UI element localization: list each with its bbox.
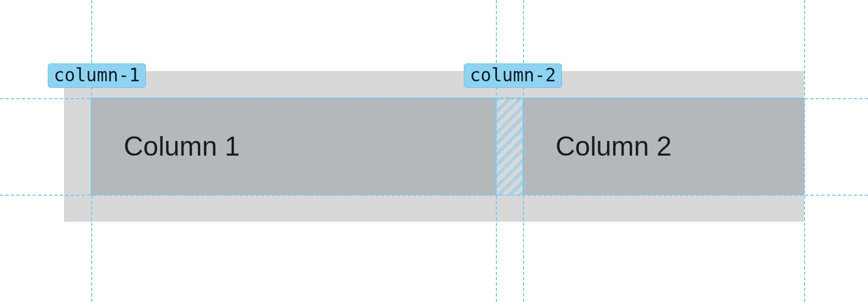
column-2: Column 2 <box>523 98 804 195</box>
grid-container: Column 1 Column 2 <box>64 71 804 222</box>
grid-guide-vertical <box>804 0 805 302</box>
column-1: Column 1 <box>91 98 496 195</box>
grid-guide-horizontal <box>0 98 868 99</box>
column-1-label: Column 1 <box>124 131 240 162</box>
grid-line-tag-column-2: column-2 <box>464 63 562 88</box>
grid-line-tag-column-1: column-1 <box>48 63 146 88</box>
grid-guide-vertical <box>91 0 92 302</box>
grid-guide-vertical <box>523 0 524 302</box>
grid-guide-vertical <box>496 0 497 302</box>
grid-gap-indicator <box>496 98 523 195</box>
grid-guide-horizontal <box>0 195 868 196</box>
column-2-label: Column 2 <box>556 131 672 162</box>
